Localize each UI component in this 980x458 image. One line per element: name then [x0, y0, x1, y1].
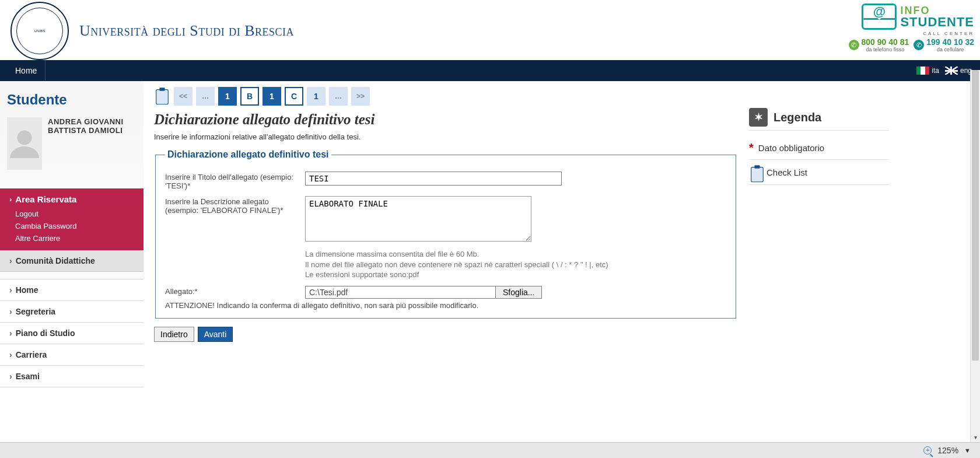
browser-status-bar: + 125% ▼ — [0, 442, 980, 458]
phone-number-1: 800 90 40 81 — [862, 37, 909, 47]
phone-sub-2: da cellulare — [926, 47, 974, 53]
lang-italian[interactable]: ita — [916, 67, 939, 75]
avatar-placeholder-icon — [7, 117, 42, 170]
browse-button[interactable]: Sfoglia... — [495, 286, 542, 299]
university-seal-icon: UNIBS — [10, 2, 69, 60]
flag-uk-icon — [945, 67, 958, 75]
svg-rect-2 — [159, 88, 164, 91]
envelope-icon — [862, 4, 897, 30]
clipboard-icon — [154, 87, 170, 106]
helper-line-3: Le estensioni supportate sono:pdf — [305, 270, 608, 280]
legenda-title: Legenda — [774, 111, 821, 124]
legend-checklist-label: Check List — [766, 167, 807, 177]
svg-point-0 — [18, 131, 32, 145]
scrollbar-thumb[interactable] — [972, 70, 979, 361]
helper-line-2: Il nome del file allegato non deve conte… — [305, 260, 608, 270]
clipboard-icon — [749, 165, 762, 180]
sidebar-area-riservata: Area Riservata Logout Cambia Password Al… — [0, 188, 144, 250]
helper-text: La dimensione massima consentita del fil… — [305, 249, 608, 280]
label-allegato-file: Allegato:* — [165, 286, 293, 296]
legenda-header: ✶ Legenda — [749, 108, 889, 131]
lang-english[interactable]: eng — [945, 67, 972, 75]
wizard-step-1b[interactable]: 1 — [262, 87, 281, 106]
sidebar-item-carriera[interactable]: Carriera — [0, 344, 144, 365]
page-subtitle: Inserire le informazioni relative all'al… — [154, 132, 737, 141]
sidebar-item-esami[interactable]: Esami — [0, 365, 144, 387]
wizard-step-1c[interactable]: 1 — [307, 87, 326, 106]
sidebar-heading: Studente — [7, 92, 136, 108]
info-text-top: INFO — [900, 5, 974, 16]
phone-row: ✆ 800 90 40 81 da telefono fisso ✆ 199 4… — [849, 37, 975, 53]
zoom-level: 125% — [937, 446, 958, 455]
phone-icon: ✆ — [849, 40, 859, 50]
legend-item-required: * Dato obbligatorio — [749, 137, 889, 160]
label-allegato-titolo: Inserire il Titolo dell'allegato (esempi… — [165, 172, 293, 190]
wizard-prev-ellipsis[interactable]: … — [196, 87, 215, 106]
wizard-step-c[interactable]: C — [285, 87, 303, 106]
file-path-display[interactable]: C:\Tesi.pdf — [305, 286, 495, 299]
sidebar-item-piano-di-studio[interactable]: Piano di Studio — [0, 322, 144, 344]
input-allegato-titolo[interactable] — [305, 172, 562, 186]
scroll-down-icon[interactable]: ▾ — [971, 432, 980, 442]
phone-mobile[interactable]: ✆ 199 40 10 32 da cellulare — [914, 37, 974, 53]
callcenter-label: CALL CENTER — [923, 31, 974, 36]
phone-icon: ✆ — [914, 40, 924, 50]
wizard-next-all[interactable]: >> — [351, 87, 370, 106]
user-box: ANDREA GIOVANNI BATTISTA DAMIOLI — [0, 115, 144, 177]
wizard-step-1a[interactable]: 1 — [218, 87, 237, 106]
header-right: INFO STUDENTE CALL CENTER ✆ 800 90 40 81… — [849, 2, 975, 53]
vertical-scrollbar[interactable]: ▾ — [970, 70, 980, 442]
sidebar-comunita-didattiche[interactable]: Comunità Didattiche — [0, 250, 144, 272]
legend-required-label: Dato obbligatorio — [758, 143, 824, 153]
warning-text: ATTENZIONE! Indicando la conferma di all… — [165, 301, 726, 310]
university-name: Università degli Studi di Brescia — [79, 22, 294, 40]
wizard-step-b[interactable]: B — [240, 87, 259, 106]
form-fieldset: Dichiarazione allegato definitivo tesi I… — [155, 149, 736, 319]
sidebar-link-cambia-password[interactable]: Cambia Password — [9, 220, 134, 232]
sidebar-item-home[interactable]: Home — [0, 279, 144, 300]
navbar: Home ita eng — [0, 60, 980, 81]
svg-rect-4 — [754, 165, 760, 169]
svg-rect-1 — [156, 90, 169, 104]
legend-item-checklist: Check List — [749, 160, 889, 185]
sidebar-item-segreteria[interactable]: Segreteria — [0, 300, 144, 322]
action-buttons: Indietro Avanti — [154, 327, 737, 342]
back-button[interactable]: Indietro — [154, 327, 194, 342]
sidebar-link-logout[interactable]: Logout — [9, 208, 134, 220]
user-name: ANDREA GIOVANNI BATTISTA DAMIOLI — [48, 117, 136, 135]
label-allegato-descrizione: Inserire la Descrizione allegato (esempi… — [165, 196, 293, 215]
wizard-prev-all[interactable]: << — [174, 87, 192, 106]
lang-it-label: ita — [932, 67, 939, 75]
asterisk-icon: * — [749, 141, 754, 155]
zoom-icon[interactable]: + — [923, 446, 932, 454]
svg-rect-3 — [751, 167, 764, 182]
page-title: Dichiarazione allegato definitivo tesi — [154, 111, 737, 128]
header-left: UNIBS Università degli Studi di Brescia — [10, 2, 294, 60]
sidebar-link-altre-carriere[interactable]: Altre Carriere — [9, 232, 134, 244]
legenda-panel: ✶ Legenda * Dato obbligatorio Check List — [749, 87, 889, 402]
flag-it-icon — [916, 67, 929, 75]
helper-line-1: La dimensione massima consentita del fil… — [305, 249, 608, 260]
phone-number-2: 199 40 10 32 — [926, 37, 974, 47]
textarea-allegato-descrizione[interactable] — [305, 196, 531, 242]
nav-home[interactable]: Home — [7, 61, 46, 81]
next-button[interactable]: Avanti — [198, 327, 233, 342]
info-text-bottom: STUDENTE — [900, 16, 974, 29]
phone-landline[interactable]: ✆ 800 90 40 81 da telefono fisso — [849, 37, 909, 53]
fieldset-legend: Dichiarazione allegato definitivo tesi — [165, 149, 331, 160]
wizard-next-ellipsis[interactable]: … — [329, 87, 348, 106]
wizard-steps: << … 1 B 1 C 1 … >> — [154, 87, 737, 106]
pin-icon: ✶ — [749, 108, 768, 127]
file-picker: C:\Tesi.pdf Sfoglia... — [305, 286, 542, 299]
info-studente-logo[interactable]: INFO STUDENTE — [862, 4, 974, 30]
main-content: << … 1 B 1 C 1 … >> Dichiarazione allega… — [154, 87, 737, 402]
sidebar: Studente ANDREA GIOVANNI BATTISTA DAMIOL… — [0, 81, 144, 408]
sidebar-area-title[interactable]: Area Riservata — [9, 194, 134, 204]
phone-sub-1: da telefono fisso — [862, 47, 909, 53]
zoom-dropdown-icon[interactable]: ▼ — [964, 447, 971, 454]
header: UNIBS Università degli Studi di Brescia … — [0, 0, 980, 60]
